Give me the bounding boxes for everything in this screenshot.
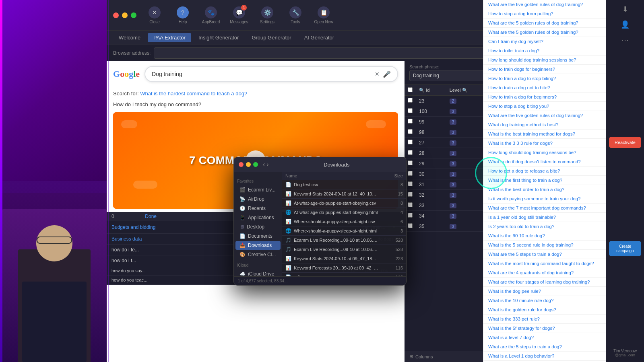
question-item[interactable]: What is a level 7 dog? xyxy=(483,333,606,342)
fm-sidebar-icloud-drive[interactable]: ☁️ iCloud Drive xyxy=(235,269,281,276)
row-id: 30 xyxy=(416,169,446,179)
row-checkbox[interactable] xyxy=(405,148,416,158)
toolbar-settings[interactable]: ⚙️ Settings xyxy=(257,6,277,24)
menu-icon[interactable]: ⋯ xyxy=(621,35,629,44)
question-item[interactable]: How to train a dog not to bite? xyxy=(483,83,606,93)
fm-file-row[interactable]: 📊 Keyword Forecasts 20...09-10 at 09_42_… xyxy=(282,263,406,273)
fm-file-row[interactable]: 🎵 Ecamm Live Recording...09-10 at 10.06.… xyxy=(282,236,406,245)
search-result-link[interactable]: What is the hardest command to teach a d… xyxy=(140,90,247,97)
question-item[interactable]: What are the 5 steps to train a dog? xyxy=(483,342,606,352)
toolbar-close[interactable]: ✕ Close xyxy=(144,6,165,24)
question-item[interactable]: What are the five golden rules of dog tr… xyxy=(483,111,606,120)
toolbar-appbreed[interactable]: 🐾 AppBreed xyxy=(201,6,221,24)
question-item[interactable]: How to stop a dog from pulling? xyxy=(483,9,606,19)
fm-file-row[interactable]: 📊 Where-should-a-puppy-sleep-at-night.cs… xyxy=(282,217,406,226)
question-item[interactable]: What are the five golden rules of dog tr… xyxy=(483,0,606,9)
fm-file-row[interactable]: 🎵 Ecamm Live Recording...09-10 at 10.06.… xyxy=(282,245,406,254)
question-item[interactable]: What is a Level 1 dog behavior? xyxy=(483,352,606,361)
row-id: 100 xyxy=(416,106,446,117)
question-item[interactable]: What are the four stages of learning dog… xyxy=(483,278,606,287)
question-item[interactable]: Is a 1 year old dog still trainable? xyxy=(483,213,606,222)
search-mic-icon[interactable]: 🎤 xyxy=(383,70,391,78)
question-item[interactable]: How to train dogs for beginners? xyxy=(483,65,606,74)
question-item[interactable]: What are the 4 quadrants of dog training… xyxy=(483,268,606,278)
question-item[interactable]: What is the best training method for dog… xyxy=(483,130,606,139)
question-item[interactable]: What are the 7 most important dog comman… xyxy=(483,204,606,213)
question-item[interactable]: How long should dog training sessions be… xyxy=(483,56,606,65)
question-item[interactable]: Can I train my dog myself? xyxy=(483,37,606,46)
tab-ai-generator[interactable]: AI Generator xyxy=(299,33,340,42)
tab-group-generator[interactable]: Group Generator xyxy=(246,33,297,42)
question-item[interactable]: What dog training method is best? xyxy=(483,120,606,130)
fm-file-row[interactable]: 📄 sr2.csv 118 xyxy=(282,273,406,276)
tab-paa-extractor[interactable]: PAA Extractor xyxy=(148,33,191,42)
question-item[interactable]: What is the 3 3 3 rule for dogs? xyxy=(483,139,606,148)
fm-sidebar-documents[interactable]: 📄 Documents xyxy=(235,232,281,241)
question-item[interactable]: What is the 333 pet rule? xyxy=(483,315,606,324)
select-all-checkbox[interactable] xyxy=(408,87,413,92)
tab-insight-generator[interactable]: Insight Generator xyxy=(193,33,244,42)
user-icon[interactable]: 👤 xyxy=(621,20,630,29)
fm-file-row[interactable]: 📊 Keyword Stats 2024-09-10 at 12_40_10.c… xyxy=(282,189,406,199)
fm-sidebar-recents[interactable]: 🕐 Recents xyxy=(235,204,281,213)
question-item[interactable]: How to toilet train a dog? xyxy=(483,46,606,56)
icloud-icon: ☁️ xyxy=(239,271,246,276)
question-item[interactable]: How to train a dog for beginners? xyxy=(483,93,606,102)
toolbar-messages[interactable]: 💬 1 Messages xyxy=(229,6,249,24)
toolbar-help[interactable]: ? Help xyxy=(173,6,193,24)
question-item[interactable]: What is the 5 second rule in dog trainin… xyxy=(483,241,606,250)
toolbar-tools[interactable]: 🔧 Tools xyxy=(285,6,305,24)
maximize-window-btn[interactable] xyxy=(131,12,136,18)
fm-sidebar-applications[interactable]: 📱 Applications xyxy=(235,213,281,222)
fm-sidebar-ecamm[interactable]: 🎬 Ecamm Liv... xyxy=(235,185,281,194)
google-search-bar: Google Dog training ✕ 🎤 xyxy=(107,61,405,87)
close-window-btn[interactable] xyxy=(113,12,119,18)
fm-back-btn[interactable]: ‹ xyxy=(263,161,265,168)
question-item[interactable]: What is the 90 10 rule dog? xyxy=(483,231,606,241)
question-item[interactable]: What is the golden rule for dogs? xyxy=(483,305,606,315)
fm-file-row[interactable]: 🌐 At-what-age-do-puppies-start-obeying.h… xyxy=(282,208,406,217)
question-item[interactable]: What is the most training command taught… xyxy=(483,259,606,268)
toolbar-open-new[interactable]: 📋 Open New xyxy=(314,6,334,24)
fm-favorites-label: Favorites xyxy=(234,177,282,185)
question-item[interactable]: How to train a dog to stop biting? xyxy=(483,74,606,83)
question-item[interactable]: What are the 5 steps to train a dog? xyxy=(483,250,606,259)
question-item[interactable]: What are the 5 golden rules of dog train… xyxy=(483,19,606,28)
row-checkbox[interactable] xyxy=(405,127,416,138)
question-item[interactable]: How to stop a dog biting you? xyxy=(483,102,606,111)
question-item[interactable]: Is 2 years too old to train a dog? xyxy=(483,222,606,231)
fm-forward-btn[interactable]: › xyxy=(266,161,268,168)
fm-sidebar-airdrop[interactable]: 📡 AirDrop xyxy=(235,195,281,204)
question-item[interactable]: Is it worth paying someone to train your… xyxy=(483,194,606,204)
row-checkbox[interactable] xyxy=(405,106,416,117)
row-id: 34 xyxy=(416,211,446,221)
fm-min-btn[interactable] xyxy=(246,162,251,167)
question-item[interactable]: What is the dog pee rule? xyxy=(483,287,606,296)
download-icon[interactable]: ⬇ xyxy=(622,5,628,14)
tab-welcome[interactable]: Welcome xyxy=(113,33,146,42)
fm-file-row[interactable]: 📊 At-what-age-do-puppies-start-obeying.c… xyxy=(282,199,406,208)
question-item[interactable]: What is the 10 minute rule dog? xyxy=(483,296,606,305)
minimize-window-btn[interactable] xyxy=(122,12,128,18)
question-item[interactable]: What are the 5 golden rules of dog train… xyxy=(483,28,606,37)
fm-close-btn[interactable] xyxy=(239,162,244,167)
search-clear-icon[interactable]: ✕ xyxy=(375,71,380,77)
question-item[interactable]: What is the best order to train a dog? xyxy=(483,185,606,194)
fm-file-row[interactable]: 🌐 Where-should-a-puppy-sleep-at-night.ht… xyxy=(282,226,406,236)
row-checkbox[interactable] xyxy=(405,117,416,127)
row-checkbox[interactable] xyxy=(405,96,416,106)
row-checkbox[interactable] xyxy=(405,138,416,148)
file-type-icon: 📊 xyxy=(285,256,291,261)
create-campaign-button[interactable]: Create campaign xyxy=(609,241,641,256)
fm-sidebar-downloads[interactable]: 📥 Downloads xyxy=(235,241,281,250)
fm-file-row[interactable]: 📄 Dog test.csv 8 xyxy=(282,180,406,189)
reactivate-button[interactable]: Reactivate xyxy=(609,137,641,148)
fm-sidebar-desktop[interactable]: 🖥 Desktop xyxy=(235,222,281,231)
search-box[interactable]: Dog training ✕ 🎤 xyxy=(144,66,398,82)
fm-sidebar-creative[interactable]: 🎨 Creative Cl... xyxy=(235,250,281,259)
fm-max-btn[interactable] xyxy=(253,162,258,167)
fm-file-row[interactable]: 📊 Keyword Stats 2024-09-10 at 09_47_18.c… xyxy=(282,254,406,263)
recents-icon: 🕐 xyxy=(239,206,246,211)
question-item[interactable]: What is the 5f strategy for dogs? xyxy=(483,324,606,333)
question-item[interactable]: How long should dog training sessions be… xyxy=(483,148,606,157)
